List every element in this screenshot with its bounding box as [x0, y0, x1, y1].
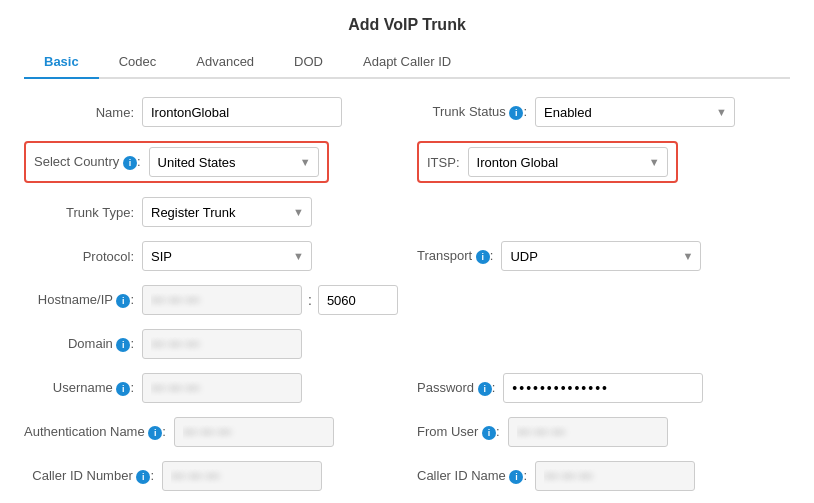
password-info-icon[interactable]: i [478, 382, 492, 396]
group-itsp: ITSP: Ironton Global Other ▼ [417, 141, 790, 183]
tab-basic[interactable]: Basic [24, 46, 99, 79]
tab-codec[interactable]: Codec [99, 46, 177, 79]
group-username: Username i: [24, 373, 397, 403]
caller-id-name-label: Caller ID Name i: [417, 468, 527, 484]
group-domain: Domain i: [24, 329, 397, 359]
auth-name-input[interactable] [174, 417, 334, 447]
tabs-bar: Basic Codec Advanced DOD Adapt Caller ID [24, 46, 790, 79]
group-auth-name: Authentication Name i: [24, 417, 397, 447]
transport-info-icon[interactable]: i [476, 250, 490, 264]
from-user-info-icon[interactable]: i [482, 426, 496, 440]
domain-label: Domain i: [24, 336, 134, 352]
group-hostname: Hostname/IP i: : [24, 285, 398, 315]
select-country-label: Select Country i: [34, 154, 141, 170]
row-trunk-type: Trunk Type: Register Trunk Peer Trunk ▼ [24, 197, 790, 227]
trunk-type-select-wrapper: Register Trunk Peer Trunk ▼ [142, 197, 312, 227]
select-country-highlighted: Select Country i: United States Canada U… [24, 141, 329, 183]
hostname-input[interactable] [142, 285, 302, 315]
username-input[interactable] [142, 373, 302, 403]
group-password: Password i: [417, 373, 790, 403]
domain-input[interactable] [142, 329, 302, 359]
trunk-type-label: Trunk Type: [24, 205, 134, 220]
port-input[interactable] [318, 285, 398, 315]
tab-adapt-caller-id[interactable]: Adapt Caller ID [343, 46, 471, 79]
itsp-select[interactable]: Ironton Global Other [468, 147, 668, 177]
caller-id-number-label: Caller ID Number i: [24, 468, 154, 484]
trunk-status-select[interactable]: Enabled Disabled [535, 97, 735, 127]
group-name: Name: [24, 97, 397, 127]
name-input[interactable] [142, 97, 342, 127]
group-trunk-status: Trunk Status i: Enabled Disabled ▼ [417, 97, 790, 127]
itsp-highlighted: ITSP: Ironton Global Other ▼ [417, 141, 678, 183]
protocol-select-wrapper: SIP IAX ▼ [142, 241, 312, 271]
transport-select-wrapper: UDP TCP TLS ▼ [501, 241, 701, 271]
select-country-select-wrapper: United States Canada United Kingdom ▼ [149, 147, 319, 177]
caller-id-number-info-icon[interactable]: i [136, 470, 150, 484]
select-country-select[interactable]: United States Canada United Kingdom [149, 147, 319, 177]
page-wrapper: Add VoIP Trunk Basic Codec Advanced DOD … [0, 0, 814, 503]
trunk-status-select-wrapper: Enabled Disabled ▼ [535, 97, 735, 127]
group-caller-id-name: Caller ID Name i: [417, 461, 790, 491]
name-label: Name: [24, 105, 134, 120]
itsp-select-wrapper: Ironton Global Other ▼ [468, 147, 668, 177]
itsp-label: ITSP: [427, 155, 460, 170]
transport-label: Transport i: [417, 248, 493, 264]
username-info-icon[interactable]: i [116, 382, 130, 396]
row-caller-id: Caller ID Number i: Caller ID Name i: [24, 461, 790, 491]
trunk-type-select[interactable]: Register Trunk Peer Trunk [142, 197, 312, 227]
hostname-port-group: : [142, 285, 398, 315]
hostname-info-icon[interactable]: i [116, 294, 130, 308]
tab-dod[interactable]: DOD [274, 46, 343, 79]
row-username-password: Username i: Password i: [24, 373, 790, 403]
hostname-colon: : [308, 292, 312, 308]
trunk-status-label: Trunk Status i: [417, 104, 527, 120]
tab-advanced[interactable]: Advanced [176, 46, 274, 79]
row-auth-fromuser: Authentication Name i: From User i: [24, 417, 790, 447]
caller-id-name-input[interactable] [535, 461, 695, 491]
row-hostname: Hostname/IP i: : [24, 285, 790, 315]
transport-select[interactable]: UDP TCP TLS [501, 241, 701, 271]
caller-id-number-input[interactable] [162, 461, 322, 491]
protocol-select[interactable]: SIP IAX [142, 241, 312, 271]
domain-info-icon[interactable]: i [116, 338, 130, 352]
protocol-label: Protocol: [24, 249, 134, 264]
group-trunk-type: Trunk Type: Register Trunk Peer Trunk ▼ [24, 197, 397, 227]
row-name-trunk-status: Name: Trunk Status i: Enabled Disabled ▼ [24, 97, 790, 127]
hostname-label: Hostname/IP i: [24, 292, 134, 308]
group-select-country: Select Country i: United States Canada U… [24, 141, 397, 183]
password-input[interactable] [503, 373, 703, 403]
page-title: Add VoIP Trunk [24, 16, 790, 34]
row-domain: Domain i: [24, 329, 790, 359]
auth-name-label: Authentication Name i: [24, 424, 166, 440]
trunk-status-info-icon[interactable]: i [509, 106, 523, 120]
group-transport: Transport i: UDP TCP TLS ▼ [417, 241, 790, 271]
from-user-label: From User i: [417, 424, 500, 440]
form-section: Name: Trunk Status i: Enabled Disabled ▼ [24, 97, 790, 491]
group-caller-id-number: Caller ID Number i: [24, 461, 397, 491]
row-country-itsp: Select Country i: United States Canada U… [24, 141, 790, 183]
password-label: Password i: [417, 380, 495, 396]
select-country-info-icon[interactable]: i [123, 156, 137, 170]
group-from-user: From User i: [417, 417, 790, 447]
caller-id-name-info-icon[interactable]: i [509, 470, 523, 484]
username-label: Username i: [24, 380, 134, 396]
row-protocol-transport: Protocol: SIP IAX ▼ Transport i: UDP [24, 241, 790, 271]
auth-name-info-icon[interactable]: i [148, 426, 162, 440]
group-protocol: Protocol: SIP IAX ▼ [24, 241, 397, 271]
from-user-input[interactable] [508, 417, 668, 447]
